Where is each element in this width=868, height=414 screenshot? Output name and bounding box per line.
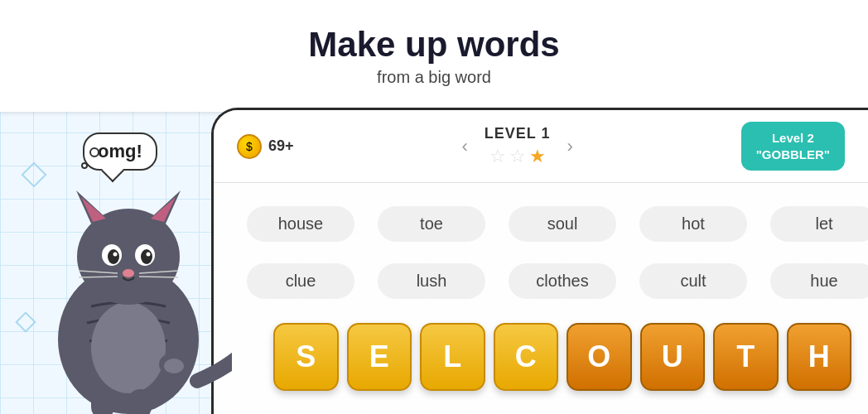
letter-tile-O[interactable]: O bbox=[567, 323, 632, 391]
star-1: ☆ bbox=[489, 146, 506, 167]
svg-point-10 bbox=[141, 249, 152, 264]
panel-topbar: $ 69+ ‹ LEVEL 1 ☆ ☆ ★ › Level 2 "GOBBLER… bbox=[214, 110, 868, 183]
word-cell-cult[interactable]: cult bbox=[639, 263, 747, 299]
svg-point-12 bbox=[147, 253, 151, 257]
letter-tile-E[interactable]: E bbox=[347, 323, 412, 391]
star-3: ★ bbox=[529, 146, 546, 167]
coin-icon: $ bbox=[237, 134, 262, 159]
cat-illustration bbox=[8, 99, 232, 414]
stars-row: ☆ ☆ ★ bbox=[485, 146, 551, 167]
letter-tile-L[interactable]: L bbox=[420, 323, 485, 391]
star-2: ☆ bbox=[509, 146, 526, 167]
letter-tile-U[interactable]: U bbox=[640, 323, 706, 391]
svg-rect-19 bbox=[128, 389, 152, 414]
coin-area: $ 69+ bbox=[237, 134, 294, 159]
word-grid: housetoesoulhotletcluelushclothesculthue bbox=[214, 183, 868, 312]
letter-tiles: SELCOUTH bbox=[273, 323, 851, 391]
main-title: Make up words bbox=[308, 25, 559, 65]
nav-right-arrow[interactable]: › bbox=[561, 132, 580, 161]
level-label: LEVEL 1 bbox=[485, 125, 551, 142]
svg-point-21 bbox=[164, 359, 184, 373]
cat-container: omg! bbox=[8, 83, 232, 414]
svg-line-15 bbox=[79, 277, 118, 277]
level-info: LEVEL 1 ☆ ☆ ★ bbox=[485, 125, 551, 167]
word-cell-toe[interactable]: toe bbox=[378, 206, 485, 242]
letter-tile-T[interactable]: T bbox=[713, 323, 779, 391]
word-cell-house[interactable]: house bbox=[247, 206, 354, 242]
word-cell-hot[interactable]: hot bbox=[639, 206, 747, 242]
svg-line-17 bbox=[139, 277, 178, 277]
word-cell-clothes[interactable]: clothes bbox=[509, 263, 616, 299]
level-center: ‹ LEVEL 1 ☆ ☆ ★ › bbox=[455, 125, 579, 167]
word-cell-lush[interactable]: lush bbox=[378, 263, 485, 299]
coin-count: 69+ bbox=[268, 137, 294, 155]
word-cell-soul[interactable]: soul bbox=[509, 206, 616, 242]
letter-tile-H[interactable]: H bbox=[787, 323, 852, 391]
sub-title: from a big word bbox=[377, 68, 491, 87]
svg-point-1 bbox=[91, 302, 166, 393]
svg-point-11 bbox=[113, 253, 118, 257]
word-cell-let[interactable]: let bbox=[770, 206, 868, 242]
svg-point-9 bbox=[108, 249, 119, 264]
word-cell-hue[interactable]: hue bbox=[770, 263, 868, 299]
nav-left-arrow[interactable]: ‹ bbox=[455, 132, 474, 161]
next-level-button[interactable]: Level 2 "GOBBLER" bbox=[741, 122, 845, 171]
letter-tile-C[interactable]: C bbox=[494, 323, 559, 391]
svg-rect-18 bbox=[91, 389, 114, 414]
letter-tile-S[interactable]: S bbox=[273, 323, 339, 391]
word-cell-clue[interactable]: clue bbox=[247, 263, 354, 299]
svg-point-13 bbox=[123, 269, 134, 277]
